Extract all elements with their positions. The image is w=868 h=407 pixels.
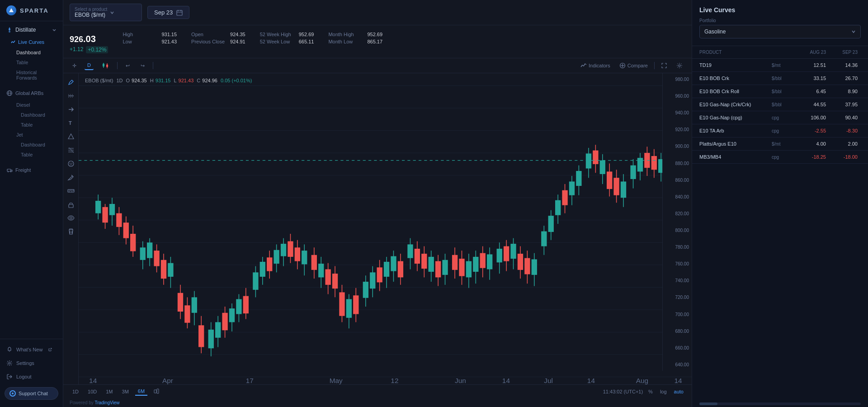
pencil-icon (67, 174, 75, 181)
date-selector[interactable]: Sep 23 (147, 6, 189, 19)
table-row-e10-bob-crk[interactable]: E10 BOB Crk $/bbl 33.15 26.70 17.85 1 (692, 72, 868, 85)
draw-crosshair-tool[interactable] (66, 77, 76, 88)
table-row-mb3-mb4[interactable]: MB3/MB4 cpg -18.25 -18.00 -16.90 -1 (692, 151, 868, 164)
svg-rect-171 (510, 244, 516, 259)
stat-high-value: 931.15 (161, 32, 177, 37)
candle-type-button[interactable] (99, 61, 112, 70)
sidebar-item-jet-dashboard[interactable]: Dashboard (0, 140, 63, 150)
sidebar-item-diesel[interactable]: Diesel (0, 100, 63, 110)
compare-label: Compare (627, 63, 648, 68)
diesel-table-label: Table (21, 122, 33, 128)
svg-rect-81 (178, 293, 183, 312)
sidebar-item-live-curves[interactable]: Live Curves (0, 37, 63, 47)
sidebar-item-historical-forwards[interactable]: Historical Forwards (0, 67, 63, 83)
svg-point-43 (70, 217, 72, 219)
draw-visibility-tool[interactable] (66, 213, 76, 223)
period-3m-btn[interactable]: 3M (119, 388, 132, 395)
period-1m-btn[interactable]: 1M (103, 388, 115, 395)
crosshair-button[interactable]: ✛ (70, 62, 79, 70)
redo-button[interactable]: ↪ (138, 62, 147, 70)
row-platts-name: Platts/Argus E10 (699, 141, 772, 147)
table-row-e10-ta-arb[interactable]: E10 TA Arb cpg -2.55 -8.30 4.50 (692, 124, 868, 137)
draw-fib-tool[interactable] (66, 145, 76, 156)
table-row-e10-gasnap-cpg[interactable]: E10 Gas-Nap (cpg) cpg 106.00 90.40 68.80… (692, 111, 868, 124)
whats-new-item[interactable]: What's New (0, 343, 63, 356)
sidebar-item-jet[interactable]: Jet (0, 130, 63, 140)
auto-mode-btn[interactable]: auto (672, 388, 685, 395)
draw-line-tool[interactable] (66, 90, 76, 101)
chart-settings-button[interactable] (674, 61, 685, 70)
product-selector[interactable]: Select a product EBOB ($/mt) (70, 4, 142, 21)
undo-button[interactable]: ↩ (123, 62, 132, 70)
row-e10gasnap-oct: 28.90 (858, 102, 868, 107)
logout-item[interactable]: Logout (0, 370, 63, 383)
support-dot-icon (9, 390, 16, 397)
indicators-label: Indicators (589, 63, 610, 68)
svg-rect-228 (157, 389, 159, 393)
sidebar-category-freight[interactable]: Freight (0, 163, 63, 177)
percent-mode-label: % (648, 389, 653, 394)
period-6m-btn[interactable]: 6M (135, 388, 147, 396)
scrollbar-track[interactable] (699, 402, 861, 405)
chart-time-display: 11:43:02 (UTC+1) (603, 389, 643, 394)
period-10d-btn[interactable]: 10D (85, 388, 99, 395)
draw-emoji-tool[interactable] (66, 158, 76, 169)
svg-rect-19 (106, 65, 108, 67)
indicators-button[interactable]: Indicators (578, 61, 613, 70)
draw-lock-tool[interactable] (66, 199, 76, 210)
row-e10gasnap-aug: 44.55 (794, 102, 826, 107)
eye-icon (67, 214, 75, 222)
log-mode-btn[interactable]: log (658, 388, 669, 395)
row-e10bobroll-oct: 5.00 (858, 89, 868, 94)
row-e10taarb-sep: -8.30 (826, 128, 858, 133)
table-row-td19[interactable]: TD19 $/mt 12.51 14.36 16.64 1 (692, 59, 868, 72)
logo-icon (6, 5, 16, 15)
row-e10bobroll-aug: 6.45 (794, 89, 826, 94)
sidebar-item-table[interactable]: Table (0, 57, 63, 67)
product-dropdown-icon (110, 10, 114, 15)
svg-rect-93 (222, 313, 227, 331)
row-e10gasnap-unit: $/bbl (772, 102, 794, 107)
compare-button[interactable]: Compare (617, 61, 651, 70)
candle-group-9 (452, 246, 492, 288)
draw-delete-tool[interactable] (66, 226, 76, 237)
scrollbar-thumb[interactable] (699, 402, 717, 405)
table-row-platts-argus-e10[interactable]: Platts/Argus E10 $/mt 4.00 2.00 -1.00 - (692, 137, 868, 151)
chart-left-tools: T (63, 73, 79, 384)
fullscreen-button[interactable] (658, 61, 670, 70)
sidebar-category-distillate[interactable]: Distillate (0, 23, 63, 37)
portfolio-selector[interactable]: Gasoline (699, 25, 861, 38)
sidebar-item-dashboard[interactable]: Dashboard (0, 47, 63, 57)
draw-arrow-tool[interactable] (66, 104, 76, 115)
chart-canvas[interactable]: EBOB ($/mt) 1D O924.35 H931.15 L921.43 C… (79, 73, 692, 384)
stat-low-value: 921.43 (161, 39, 177, 44)
support-chat-button[interactable]: Support Chat (5, 387, 58, 400)
settings-item[interactable]: Settings (0, 356, 63, 370)
svg-rect-201 (621, 181, 626, 198)
svg-rect-109 (281, 244, 286, 256)
sidebar-item-diesel-table[interactable]: Table (0, 120, 63, 130)
draw-text-tool[interactable]: T (66, 118, 76, 128)
settings-label: Settings (16, 360, 34, 366)
draw-ruler-tool[interactable] (66, 185, 76, 196)
draw-shape-tool[interactable] (66, 131, 76, 142)
tradingview-link[interactable]: TradingView (94, 400, 119, 405)
sidebar-item-jet-table[interactable]: Table (0, 150, 63, 160)
col-sep23: Sep 23 (826, 50, 858, 55)
table-row-e10-gasnap-crk[interactable]: E10 Gas-Nap (Crk/Crk) $/bbl 44.55 37.95 … (692, 98, 868, 111)
svg-rect-203 (630, 166, 636, 179)
period-D-button[interactable]: D (85, 61, 94, 70)
row-e10gasnapcpg-unit: cpg (772, 115, 794, 120)
chart-attribution: Powered by TradingView (63, 398, 692, 407)
sidebar-category-global-arbs[interactable]: Global ARBs (0, 86, 63, 100)
period-D-label: D (87, 62, 91, 68)
percent-mode-btn[interactable]: % (646, 388, 655, 395)
svg-rect-199 (613, 178, 619, 195)
draw-pencil-tool[interactable] (66, 172, 76, 183)
period-1d-btn[interactable]: 1D (70, 388, 81, 395)
svg-rect-63 (109, 204, 115, 215)
svg-point-33 (68, 161, 74, 166)
table-row-e10-bob-crk-roll[interactable]: E10 BOB Crk Roll $/bbl 6.45 8.90 5.00 (692, 85, 868, 98)
sidebar-item-diesel-dashboard[interactable]: Dashboard (0, 110, 63, 120)
compare-range-btn[interactable] (151, 388, 162, 396)
